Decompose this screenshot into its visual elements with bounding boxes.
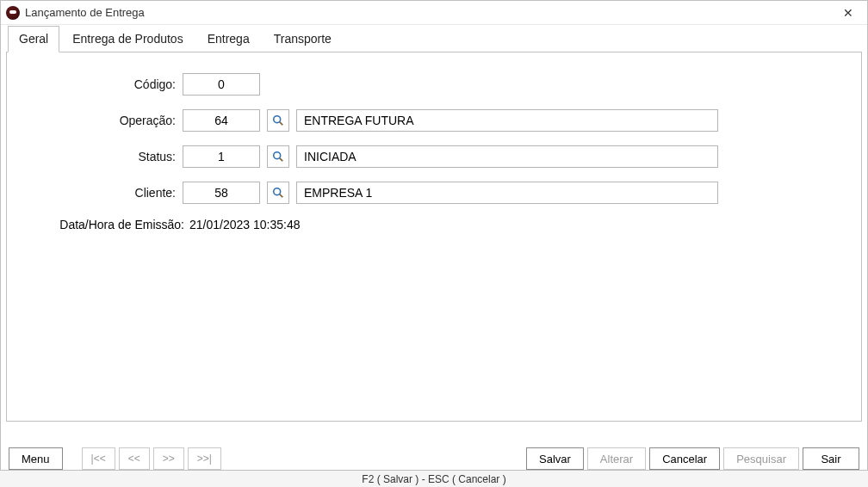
input-cliente-desc[interactable]	[296, 182, 718, 204]
nav-next-button[interactable]: >>	[153, 447, 184, 470]
svg-point-2	[274, 152, 281, 159]
input-operacao-code[interactable]	[183, 109, 260, 132]
nav-prev-button[interactable]: <<	[119, 447, 150, 470]
label-cliente: Cliente:	[21, 186, 176, 200]
tab-entrega-produtos[interactable]: Entrega de Produtos	[61, 26, 194, 52]
alterar-button[interactable]: Alterar	[587, 447, 646, 470]
tab-geral[interactable]: Geral	[8, 26, 59, 52]
value-emissao: 21/01/2023 10:35:48	[189, 218, 300, 231]
pesquisar-button[interactable]: Pesquisar	[723, 447, 799, 470]
close-icon: ✕	[843, 6, 853, 20]
lookup-cliente-button[interactable]	[267, 182, 289, 204]
nav-first-button[interactable]: |<<	[82, 447, 115, 470]
status-bar: F2 ( Salvar ) - ESC ( Cancelar )	[0, 470, 868, 487]
input-operacao-desc[interactable]	[296, 109, 718, 132]
app-icon	[6, 6, 20, 20]
status-text: F2 ( Salvar ) - ESC ( Cancelar )	[362, 473, 505, 485]
title-bar: Lançamento de Entrega ✕	[1, 1, 867, 25]
close-button[interactable]: ✕	[829, 1, 867, 25]
label-codigo: Código:	[21, 77, 176, 91]
tab-entrega[interactable]: Entrega	[196, 26, 261, 52]
label-operacao: Operação:	[21, 114, 176, 127]
svg-line-1	[280, 122, 283, 126]
cancelar-button[interactable]: Cancelar	[649, 447, 720, 470]
input-cliente-code[interactable]	[183, 182, 260, 204]
form-geral: Código: Operação: Status: Cliente:	[7, 52, 861, 231]
window-title: Lançamento de Entrega	[25, 6, 145, 19]
svg-line-5	[280, 194, 283, 198]
input-codigo[interactable]	[183, 73, 260, 96]
footer-toolbar: Menu |<< << >> >>| Salvar Alterar Cancel…	[0, 447, 868, 470]
tab-transporte[interactable]: Transporte	[263, 26, 343, 52]
input-status-code[interactable]	[183, 145, 260, 168]
search-icon	[272, 151, 284, 163]
lookup-operacao-button[interactable]	[267, 109, 289, 132]
svg-point-0	[274, 116, 281, 123]
salvar-button[interactable]: Salvar	[526, 447, 584, 470]
input-status-desc[interactable]	[296, 145, 718, 168]
tab-strip: Geral Entrega de Produtos Entrega Transp…	[1, 25, 867, 52]
lookup-status-button[interactable]	[267, 145, 289, 168]
tab-panel: Código: Operação: Status: Cliente:	[6, 52, 862, 422]
menu-button[interactable]: Menu	[9, 447, 63, 470]
nav-last-button[interactable]: >>|	[188, 447, 221, 470]
label-status: Status:	[21, 150, 176, 163]
nav-group: |<< << >> >>|	[82, 447, 221, 470]
svg-point-4	[274, 188, 281, 195]
search-icon	[272, 114, 284, 126]
sair-button[interactable]: Sair	[803, 447, 859, 470]
svg-line-3	[280, 158, 283, 162]
search-icon	[272, 187, 284, 199]
label-emissao: Data/Hora de Emissão:	[21, 218, 189, 231]
